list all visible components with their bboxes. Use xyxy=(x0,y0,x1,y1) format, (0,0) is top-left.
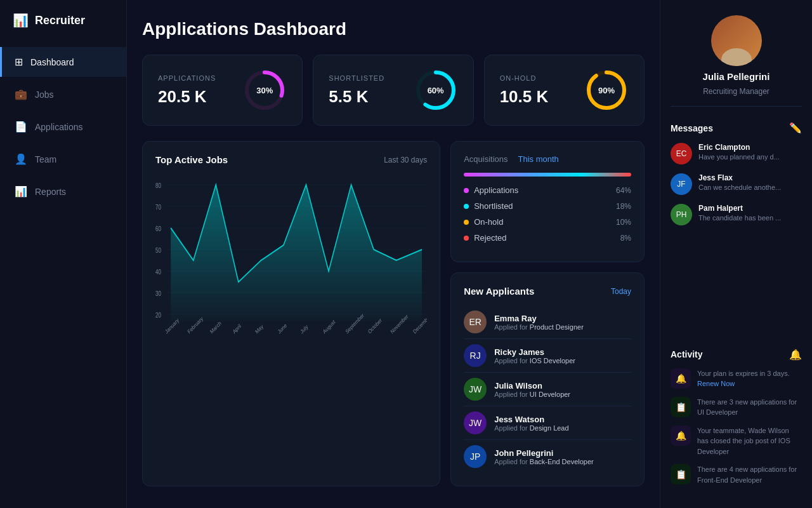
applicant-john-pellegrini[interactable]: JP John Pellegrini Applied for Back-End … xyxy=(464,440,631,473)
frontend-apps-icon: 📋 xyxy=(671,464,691,485)
stat-label-applications: APPLICATIONS xyxy=(158,74,216,82)
bottom-row: Top Active Jobs Last 30 days 80 70 60 50… xyxy=(142,141,645,486)
acq-item-shortlisted: Shortlisted 18% xyxy=(464,201,631,211)
svg-text:20: 20 xyxy=(155,312,161,319)
donut-pct-shortlisted: 60% xyxy=(428,86,444,95)
chart-panel: Top Active Jobs Last 30 days 80 70 60 50… xyxy=(142,141,440,486)
applicants-title: New Applicants xyxy=(464,286,534,297)
msg-preview-jess: Can we schedule anothe... xyxy=(698,184,781,191)
stat-card-shortlisted: SHORTLISTED 5.5 K 60% xyxy=(313,55,473,126)
applicant-name-john-pellegrini: John Pellegrini xyxy=(494,448,594,458)
logo-icon: 📊 xyxy=(13,13,29,28)
applicant-jess-watson[interactable]: JW Jess Watson Applied for Design Lead xyxy=(464,406,631,440)
sidebar: 📊 Recruiter ⊞ Dashboard 💼 Jobs 📄 Applica… xyxy=(0,0,127,508)
tab-this-month[interactable]: This month xyxy=(518,154,559,164)
messages-header: Messages ✏️ xyxy=(671,122,802,134)
applicant-role-ricky-james: Applied for IOS Developer xyxy=(494,357,575,364)
avatar-pam: PH xyxy=(671,204,692,225)
logo: 📊 Recruiter xyxy=(0,13,126,47)
svg-text:April: April xyxy=(232,323,242,335)
activity-text-wade: Your teammate, Wade Wilson has closed th… xyxy=(697,425,802,457)
chart-header: Top Active Jobs Last 30 days xyxy=(155,154,427,165)
chart-area: 80 70 60 50 40 30 20 xyxy=(155,175,427,356)
svg-point-45 xyxy=(728,24,745,42)
activity-title: Activity xyxy=(671,349,703,359)
svg-text:July: July xyxy=(299,323,310,335)
dot-applications xyxy=(464,188,469,193)
msg-name-pam: Pam Halpert xyxy=(698,204,781,213)
avatar-jess-watson: JW xyxy=(464,411,487,434)
stat-value-applications: 20.5 K xyxy=(158,87,216,107)
messages-compose-icon[interactable]: ✏️ xyxy=(789,122,802,134)
chart-period: Last 30 days xyxy=(384,156,427,164)
messages-section: Messages ✏️ EC Eric Clampton Have you pl… xyxy=(671,122,802,333)
reports-icon: 📊 xyxy=(15,185,27,197)
applications-icon: 📄 xyxy=(15,121,27,133)
stat-value-onhold: 10.5 K xyxy=(500,87,549,107)
profile-name: Julia Pellegrini xyxy=(703,71,770,82)
sidebar-nav: ⊞ Dashboard 💼 Jobs 📄 Applications 👤 Team… xyxy=(0,47,126,495)
acq-item-rejected: Rejected 8% xyxy=(464,233,631,243)
sidebar-item-reports[interactable]: 📊 Reports xyxy=(0,177,126,206)
msg-name-eric: Eric Clampton xyxy=(698,143,780,152)
activity-text-plan: Your plan is expires in 3 days.Renew Now xyxy=(697,368,790,389)
sidebar-item-label: Dashboard xyxy=(30,57,74,67)
svg-text:70: 70 xyxy=(155,204,161,211)
message-eric[interactable]: EC Eric Clampton Have you planned any d.… xyxy=(671,143,802,164)
avatar-ricky-james: RJ xyxy=(464,344,487,367)
message-jess[interactable]: JF Jess Flax Can we schedule anothe... xyxy=(671,173,802,195)
stat-card-applications: APPLICATIONS 20.5 K 30% xyxy=(142,55,303,126)
page-title: Applications Dashboard xyxy=(142,19,645,39)
dot-shortlisted xyxy=(464,204,469,209)
jobs-icon: 💼 xyxy=(15,88,27,100)
donut-onhold: 90% xyxy=(584,68,629,112)
applications-icon-activity: 📋 xyxy=(671,397,691,417)
applicant-name-ricky-james: Ricky James xyxy=(494,347,575,357)
activity-bell-icon[interactable]: 🔔 xyxy=(789,349,802,361)
app-name: Recruiter xyxy=(35,14,85,27)
tab-acquisitions[interactable]: Acquisitions xyxy=(464,154,508,164)
applicant-role-john-pellegrini: Applied for Back-End Developer xyxy=(494,458,594,465)
activity-item-wade: 🔔 Your teammate, Wade Wilson has closed … xyxy=(671,425,802,457)
profile-role: Recruiting Manager xyxy=(703,87,769,96)
applicant-emma-ray[interactable]: ER Emma Ray Applied for Product Designer xyxy=(464,305,631,339)
main-content: Applications Dashboard APPLICATIONS 20.5… xyxy=(127,0,660,508)
donut-pct-applications: 30% xyxy=(256,86,273,95)
applicant-name-jess-watson: Jess Watson xyxy=(494,415,568,424)
sidebar-item-label: Jobs xyxy=(35,90,54,100)
acquisitions-panel: Acquisitions This month Applications 64%… xyxy=(450,141,645,262)
svg-text:May: May xyxy=(254,323,265,335)
svg-text:60: 60 xyxy=(155,225,161,232)
sidebar-item-team[interactable]: 👤 Team xyxy=(0,144,126,174)
today-label: Today xyxy=(611,287,631,296)
activity-text-frontend: There are 4 new applications for Front-E… xyxy=(697,464,802,485)
team-icon: 👤 xyxy=(15,153,27,165)
sidebar-item-jobs[interactable]: 💼 Jobs xyxy=(0,79,126,109)
avatar-eric: EC xyxy=(671,143,692,164)
applicants-panel: New Applicants Today ER Emma Ray Applied… xyxy=(450,272,645,486)
avatar-emma-ray: ER xyxy=(464,311,487,333)
acq-item-onhold: On-hold 10% xyxy=(464,217,631,227)
applicant-julia-wilson[interactable]: JW Julia Wilson Applied for UI Developer xyxy=(464,373,631,406)
msg-name-jess: Jess Flax xyxy=(698,173,781,182)
msg-preview-eric: Have you planned any d... xyxy=(698,153,780,161)
svg-text:March: March xyxy=(209,320,223,335)
applicant-name-emma-ray: Emma Ray xyxy=(494,314,584,323)
renew-now-link[interactable]: Renew Now xyxy=(697,380,735,387)
right-panels: Acquisitions This month Applications 64%… xyxy=(450,141,645,486)
msg-preview-pam: The candidate has been ... xyxy=(698,214,781,222)
stat-label-onhold: ON-HOLD xyxy=(500,74,549,82)
message-pam[interactable]: PH Pam Halpert The candidate has been ..… xyxy=(671,204,802,225)
sidebar-item-dashboard[interactable]: ⊞ Dashboard xyxy=(0,47,126,77)
sidebar-item-label: Team xyxy=(35,154,56,164)
avatar-jess: JF xyxy=(671,173,692,195)
applicant-ricky-james[interactable]: RJ Ricky James Applied for IOS Developer xyxy=(464,339,631,373)
dot-rejected xyxy=(464,236,469,241)
dashboard-icon: ⊞ xyxy=(15,56,23,68)
plan-expiry-icon: 🔔 xyxy=(671,368,691,389)
dot-onhold xyxy=(464,220,469,225)
activity-header: Activity 🔔 xyxy=(671,349,802,361)
sidebar-item-applications[interactable]: 📄 Applications xyxy=(0,112,126,142)
activity-section: Activity 🔔 🔔 Your plan is expires in 3 d… xyxy=(671,349,802,493)
acquisitions-bar xyxy=(464,173,631,177)
